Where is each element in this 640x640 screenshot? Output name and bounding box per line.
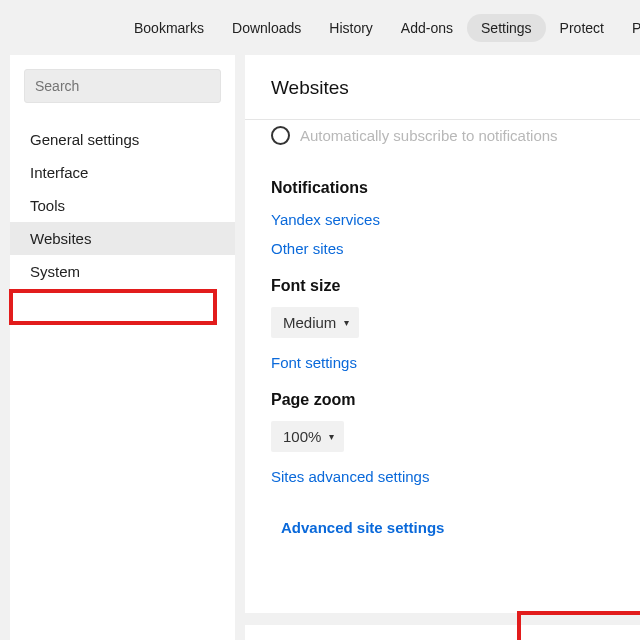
- tab-addons[interactable]: Add-ons: [387, 14, 467, 42]
- link-font-settings[interactable]: Font settings: [271, 354, 614, 371]
- page-title: Websites: [271, 77, 614, 99]
- sidebar-item-websites[interactable]: Websites: [10, 222, 235, 255]
- radio-icon[interactable]: [271, 126, 290, 145]
- tab-history[interactable]: History: [315, 14, 387, 42]
- link-yandex-services[interactable]: Yandex services: [271, 211, 614, 228]
- tab-settings[interactable]: Settings: [467, 14, 546, 42]
- main-panel: Websites Automatically subscribe to noti…: [245, 55, 640, 613]
- link-advanced-site-settings[interactable]: Advanced site settings: [271, 505, 454, 550]
- link-sites-advanced[interactable]: Sites advanced settings: [271, 468, 614, 485]
- page-zoom-select[interactable]: 100% ▾: [271, 421, 344, 452]
- tab-downloads[interactable]: Downloads: [218, 14, 315, 42]
- link-other-sites[interactable]: Other sites: [271, 240, 614, 257]
- section-notifications: Notifications Yandex services Other site…: [271, 159, 614, 257]
- notifications-heading: Notifications: [271, 179, 614, 197]
- subscribe-label: Automatically subscribe to notifications: [300, 127, 558, 144]
- font-size-select[interactable]: Medium ▾: [271, 307, 359, 338]
- font-size-heading: Font size: [271, 277, 614, 295]
- subscribe-row: Automatically subscribe to notifications: [271, 120, 614, 159]
- section-page-zoom: Page zoom 100% ▾ Sites advanced settings: [271, 371, 614, 485]
- top-tab-bar: Bookmarks Downloads History Add-ons Sett…: [0, 0, 640, 55]
- tab-protect[interactable]: Protect: [546, 14, 618, 42]
- tab-passwords[interactable]: Passwords: [618, 14, 640, 42]
- sidebar-nav: General settings Interface Tools Website…: [10, 113, 235, 288]
- font-size-value: Medium: [283, 314, 336, 331]
- sidebar-item-system[interactable]: System: [10, 255, 235, 288]
- chevron-down-icon: ▾: [329, 431, 334, 442]
- next-panel: [245, 625, 640, 640]
- page-zoom-heading: Page zoom: [271, 391, 614, 409]
- sidebar-item-general[interactable]: General settings: [10, 123, 235, 156]
- sidebar: General settings Interface Tools Website…: [10, 55, 235, 640]
- search-input[interactable]: [24, 69, 221, 103]
- sidebar-item-interface[interactable]: Interface: [10, 156, 235, 189]
- tab-bookmarks[interactable]: Bookmarks: [120, 14, 218, 42]
- section-font-size: Font size Medium ▾ Font settings: [271, 257, 614, 371]
- chevron-down-icon: ▾: [344, 317, 349, 328]
- page-zoom-value: 100%: [283, 428, 321, 445]
- sidebar-item-tools[interactable]: Tools: [10, 189, 235, 222]
